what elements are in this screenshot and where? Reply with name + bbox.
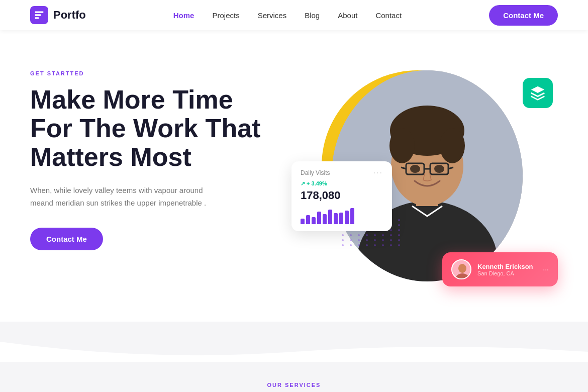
wave-svg — [0, 322, 588, 362]
nav-blog[interactable]: Blog — [305, 11, 320, 20]
dot — [374, 234, 376, 236]
logo[interactable]: Portfo — [30, 6, 86, 24]
bar-3 — [312, 217, 316, 224]
bar-10 — [350, 208, 354, 224]
dot — [358, 239, 360, 241]
dot — [398, 224, 400, 226]
dot — [342, 234, 344, 236]
person-card: Kenneth Erickson San Diego, CA ··· — [442, 252, 558, 286]
layers-svg — [530, 85, 546, 101]
logo-svg — [34, 10, 44, 20]
stats-chart — [301, 206, 383, 224]
dot — [350, 234, 352, 236]
dot — [366, 239, 368, 241]
dot — [398, 244, 400, 246]
hero-section: GET STARTTED Make More Time For The Work… — [0, 30, 588, 312]
dot — [366, 234, 368, 236]
bar-4 — [317, 212, 321, 224]
stats-card-header: Daily Visits ··· — [301, 168, 383, 177]
dot — [350, 239, 352, 241]
bar-7 — [334, 213, 338, 224]
stats-value: 178,080 — [301, 189, 383, 202]
dot — [382, 244, 384, 246]
badge-layers-icon — [523, 78, 553, 108]
bar-2 — [306, 215, 310, 224]
nav-projects[interactable]: Projects — [212, 11, 239, 20]
dot — [398, 219, 400, 221]
svg-point-15 — [410, 165, 420, 173]
bar-5 — [323, 214, 327, 224]
dot — [398, 229, 400, 231]
svg-rect-1 — [35, 14, 41, 16]
logo-text: Portfo — [53, 9, 86, 22]
nav-home[interactable]: Home — [173, 11, 194, 20]
svg-point-8 — [389, 128, 415, 163]
dot — [382, 234, 384, 236]
bar-6 — [328, 210, 332, 224]
hero-left: GET STARTTED Make More Time For The Work… — [30, 60, 271, 250]
svg-rect-0 — [35, 12, 44, 13]
nav-services[interactable]: Services — [258, 11, 287, 20]
dot — [390, 244, 392, 246]
dot — [366, 244, 368, 246]
bar-8 — [339, 213, 343, 224]
hero-title: Make More Time For The Work That Matters… — [30, 85, 271, 172]
hero-cta-button[interactable]: Contact Me — [30, 228, 103, 250]
dot — [398, 234, 400, 236]
person-name: Kenneth Erickson — [477, 263, 537, 270]
nav-contact-button[interactable]: Contact Me — [489, 5, 558, 26]
navbar: Portfo Home Projects Services Blog About… — [0, 0, 588, 30]
dot — [350, 244, 352, 246]
nav-links: Home Projects Services Blog About Contac… — [173, 11, 402, 20]
dot — [358, 234, 360, 236]
person-card-menu[interactable]: ··· — [543, 265, 549, 273]
stats-trend: ↗ + 3.49% — [301, 180, 383, 187]
dot — [342, 239, 344, 241]
svg-point-18 — [458, 264, 466, 273]
dot — [390, 229, 392, 231]
stats-card-title: Daily Visits — [301, 169, 330, 176]
stats-card: Daily Visits ··· ↗ + 3.49% 178,080 — [291, 161, 392, 231]
dot — [382, 239, 384, 241]
wave-container — [0, 322, 588, 362]
dot — [358, 244, 360, 246]
svg-point-9 — [440, 128, 465, 163]
trend-value: + 3.49% — [307, 180, 327, 186]
trend-arrow: ↗ — [301, 180, 305, 186]
dot — [390, 239, 392, 241]
person-location: San Diego, CA — [477, 270, 537, 276]
svg-point-16 — [434, 165, 444, 173]
nav-about[interactable]: About — [338, 11, 357, 20]
dot — [374, 244, 376, 246]
services-tag: OUR SERVICES — [30, 382, 558, 388]
hero-tag: GET STARTTED — [30, 70, 271, 76]
hero-description: When, while lovely valley teems with vap… — [30, 184, 221, 210]
logo-icon — [30, 6, 48, 24]
bar-9 — [345, 211, 349, 224]
dot — [374, 239, 376, 241]
svg-rect-2 — [35, 17, 39, 19]
nav-contact[interactable]: Contact — [375, 11, 402, 20]
avatar-svg — [452, 260, 471, 279]
services-section: OUR SERVICES Save Time Managing Social M… — [0, 362, 588, 392]
dot — [390, 234, 392, 236]
dot — [398, 239, 400, 241]
person-avatar — [451, 259, 471, 279]
stats-card-menu[interactable]: ··· — [373, 168, 383, 177]
hero-right: Daily Visits ··· ↗ + 3.49% 178,080 — [291, 60, 558, 312]
bar-1 — [301, 219, 305, 224]
person-info: Kenneth Erickson San Diego, CA — [477, 263, 537, 276]
dot — [342, 244, 344, 246]
